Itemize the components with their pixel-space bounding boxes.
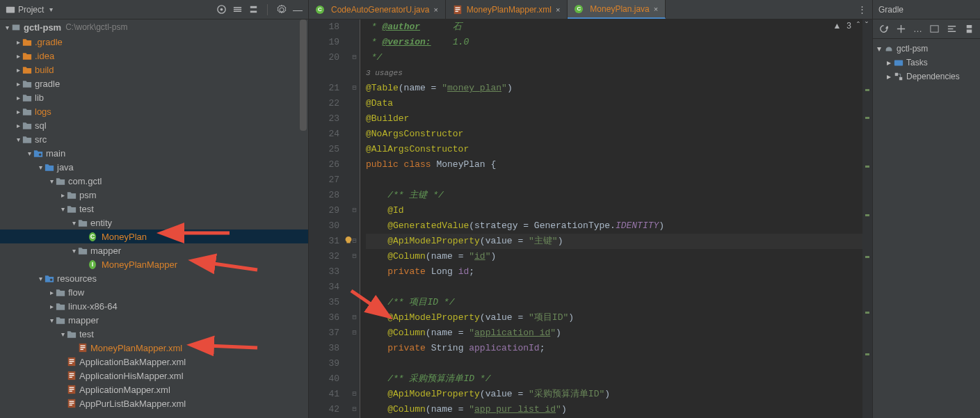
- fold-marker[interactable]: ⊟: [349, 325, 360, 341]
- warning-icon[interactable]: ▲: [833, 21, 841, 31]
- tree-item-psm[interactable]: ▸psm: [0, 188, 308, 202]
- gutter-line[interactable]: 39: [309, 356, 339, 371]
- fold-marker[interactable]: [349, 280, 360, 295]
- fold-marker[interactable]: [349, 127, 360, 142]
- tree-item-flow[interactable]: ▸flow: [0, 285, 308, 299]
- fold-marker[interactable]: ⊟: [349, 310, 360, 325]
- gutter-line[interactable]: [309, 65, 339, 81]
- project-tree[interactable]: ▾ gctl-psm C:\work\gctl-psm▸.gradle▸.ide…: [0, 19, 308, 418]
- gutter-line[interactable]: 31: [309, 234, 339, 249]
- refresh-icon[interactable]: [878, 24, 889, 34]
- tree-item-test[interactable]: ▾test: [0, 327, 308, 341]
- fold-marker[interactable]: [349, 35, 360, 50]
- tree-item-linux-x86-64[interactable]: ▸linux-x86-64: [0, 299, 308, 313]
- code-line[interactable]: @ApiModelProperty(value = "采购预算清单ID"): [366, 387, 862, 402]
- close-icon[interactable]: ×: [654, 5, 658, 13]
- close-icon[interactable]: ×: [433, 6, 437, 14]
- fold-marker[interactable]: [349, 96, 360, 111]
- gutter-line[interactable]: 35: [309, 295, 339, 310]
- gradle-tree[interactable]: ▾ gctl-psm ▸ Tasks ▸ Dependencies: [873, 39, 980, 418]
- code-line[interactable]: [366, 172, 862, 188]
- gear-icon[interactable]: [276, 4, 287, 15]
- code-area[interactable]: * @author 石 * @version: 1.0 */3 usages@T…: [360, 19, 862, 418]
- code-line[interactable]: * @author 石: [366, 19, 862, 35]
- close-icon[interactable]: ×: [556, 6, 560, 14]
- gutter-line[interactable]: 42: [309, 402, 339, 417]
- code-line[interactable]: 3 usages: [366, 65, 862, 81]
- project-dropdown-icon[interactable]: ▾: [49, 6, 53, 13]
- fold-column[interactable]: ⊟⊟⊟⊟⊟⊟⊟⊟⊟: [349, 19, 360, 418]
- gutter-line[interactable]: 32: [309, 249, 339, 264]
- fold-marker[interactable]: [349, 65, 360, 81]
- gradle-root[interactable]: ▾ gctl-psm: [873, 42, 980, 56]
- tree-item--gradle[interactable]: ▸.gradle: [0, 35, 308, 49]
- gradle-collapse-icon[interactable]: [964, 24, 974, 34]
- bulb-icon[interactable]: [344, 236, 353, 246]
- tree-item-applicationhismapper-xml[interactable]: ApplicationHisMapper.xml: [0, 369, 308, 383]
- code-line[interactable]: @ApiModelProperty(value = "主键"): [366, 234, 862, 249]
- gutter-line[interactable]: 24: [309, 127, 339, 142]
- code-line[interactable]: private Long id;: [366, 264, 862, 280]
- tree-item-moneyplanmapper-xml[interactable]: MoneyPlanMapper.xml: [0, 341, 308, 355]
- prev-highlight-icon[interactable]: ˆ: [857, 21, 860, 31]
- code-line[interactable]: @Column(name = "id"): [366, 249, 862, 264]
- tree-item-moneyplanmapper[interactable]: IMoneyPlanMapper: [0, 257, 308, 271]
- tree-item-test[interactable]: ▾test: [0, 202, 308, 216]
- code-line[interactable]: @Table(name = "money_plan"): [366, 81, 862, 96]
- gutter-line[interactable]: 28: [309, 188, 339, 203]
- tree-item-apppurlistbakmapper-xml[interactable]: AppPurListBakMapper.xml: [0, 396, 308, 410]
- code-line[interactable]: @Column(name = "application_id"): [366, 325, 862, 341]
- code-line[interactable]: @Id: [366, 203, 862, 218]
- tree-item-lib[interactable]: ▸lib: [0, 90, 308, 104]
- fold-marker[interactable]: ⊟: [349, 402, 360, 417]
- fold-marker[interactable]: ⊟: [349, 203, 360, 218]
- project-scrollbar[interactable]: [300, 19, 307, 131]
- fold-marker[interactable]: [349, 371, 360, 387]
- tree-item-java[interactable]: ▾java: [0, 160, 308, 174]
- hide-panel-icon[interactable]: —: [293, 4, 303, 15]
- tree-item-logs[interactable]: ▸logs: [0, 104, 308, 118]
- fold-marker[interactable]: ⊟: [349, 387, 360, 402]
- tab-moneyplan-java[interactable]: CMoneyPlan.java×: [568, 0, 666, 19]
- code-line[interactable]: */: [366, 50, 862, 65]
- tree-item-applicationbakmapper-xml[interactable]: ApplicationBakMapper.xml: [0, 355, 308, 369]
- gutter-line[interactable]: 27: [309, 172, 339, 188]
- gutter-line[interactable]: 41: [309, 387, 339, 402]
- code-line[interactable]: @ApiModelProperty(value = "项目ID"): [366, 310, 862, 325]
- tree-item-src[interactable]: ▾src: [0, 132, 308, 146]
- gradle-expand-icon[interactable]: [947, 24, 957, 34]
- code-line[interactable]: [366, 356, 862, 371]
- tabs-more-icon[interactable]: ⋮: [852, 0, 872, 19]
- tree-item-applicationmapper-xml[interactable]: ApplicationMapper.xml: [0, 383, 308, 396]
- tree-item-entity[interactable]: ▾entity: [0, 216, 308, 230]
- gutter-line[interactable]: 23: [309, 111, 339, 127]
- fold-marker[interactable]: [349, 111, 360, 127]
- code-line[interactable]: /** 项目ID */: [366, 295, 862, 310]
- code-line[interactable]: /** 主键 */: [366, 188, 862, 203]
- fold-marker[interactable]: [349, 19, 360, 35]
- code-line[interactable]: * @version: 1.0: [366, 35, 862, 50]
- code-line[interactable]: @AllArgsConstructor: [366, 142, 862, 157]
- fold-marker[interactable]: [349, 218, 360, 234]
- gutter-line[interactable]: 22: [309, 96, 339, 111]
- gutter-line[interactable]: 37: [309, 325, 339, 341]
- code-line[interactable]: [366, 280, 862, 295]
- fold-marker[interactable]: [349, 172, 360, 188]
- fold-marker[interactable]: [349, 295, 360, 310]
- gutter[interactable]: 1819202122232425262728293031323334353637…: [309, 19, 349, 418]
- gutter-line[interactable]: 30: [309, 218, 339, 234]
- gutter-line[interactable]: 21: [309, 81, 339, 96]
- tree-item-gradle[interactable]: ▸gradle: [0, 77, 308, 90]
- code-line[interactable]: public class MoneyPlan {: [366, 157, 862, 172]
- tree-item-build[interactable]: ▸build: [0, 63, 308, 77]
- fold-marker[interactable]: [349, 356, 360, 371]
- code-line[interactable]: private String applicationId;: [366, 341, 862, 356]
- code-line[interactable]: @NoArgsConstructor: [366, 127, 862, 142]
- fold-marker[interactable]: [349, 188, 360, 203]
- tab-moneyplanmapper-xml[interactable]: MoneyPlanMapper.xml×: [446, 0, 568, 19]
- tree-item-mapper[interactable]: ▾mapper: [0, 313, 308, 327]
- fold-marker[interactable]: [349, 157, 360, 172]
- gutter-line[interactable]: 29: [309, 203, 339, 218]
- select-opened-file-icon[interactable]: [216, 4, 227, 15]
- gutter-line[interactable]: 25: [309, 142, 339, 157]
